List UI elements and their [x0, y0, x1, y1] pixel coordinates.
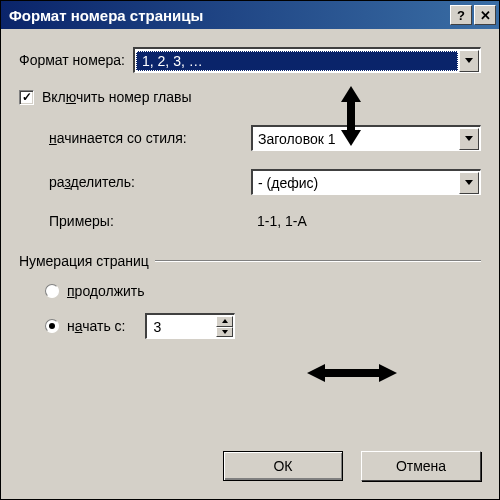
numbering-group-label: Нумерация страниц [19, 253, 149, 269]
start-from-label: начать с: [67, 318, 125, 334]
chevron-up-icon [222, 319, 228, 323]
continue-radio[interactable] [45, 284, 59, 298]
chevron-down-icon [222, 330, 228, 334]
spinner-up-button[interactable] [216, 316, 233, 327]
title-bar: Формат номера страницы ? ✕ [1, 1, 499, 29]
title-text: Формат номера страницы [9, 7, 450, 24]
format-label: Формат номера: [19, 52, 125, 68]
close-button[interactable]: ✕ [474, 5, 496, 25]
examples-value: 1-1, 1-A [257, 213, 307, 229]
cancel-button[interactable]: Отмена [361, 451, 481, 481]
chevron-down-icon [465, 58, 473, 63]
starts-with-style-dropdown-button[interactable] [459, 128, 479, 150]
close-icon: ✕ [480, 8, 491, 23]
include-chapter-label: Включить номер главы [42, 89, 192, 105]
vertical-arrow-annotation [333, 86, 369, 146]
separator-label: разделитель: [49, 174, 243, 190]
starts-with-style-label: начинается со стиля: [49, 130, 243, 146]
numbering-group: Нумерация страниц [19, 253, 481, 269]
number-format-dropdown-button[interactable] [459, 50, 479, 72]
svg-marker-1 [307, 364, 397, 382]
help-icon: ? [457, 8, 465, 23]
number-format-dropdown[interactable]: 1, 2, 3, … [133, 47, 481, 73]
horizontal-arrow-annotation [307, 361, 397, 388]
continue-label: продолжить [67, 283, 145, 299]
include-chapter-checkbox[interactable]: ✓ [19, 90, 34, 105]
help-button[interactable]: ? [450, 5, 472, 25]
examples-label: Примеры: [49, 213, 249, 229]
number-format-value: 1, 2, 3, … [136, 51, 458, 71]
svg-marker-0 [341, 86, 361, 146]
separator-value: - (дефис) [253, 171, 459, 194]
radio-dot-icon [49, 323, 55, 329]
ok-button[interactable]: ОК [223, 451, 343, 481]
start-from-value[interactable]: 3 [147, 315, 216, 338]
start-from-radio[interactable] [45, 319, 59, 333]
group-divider [155, 260, 481, 262]
spinner-down-button[interactable] [216, 327, 233, 338]
start-from-spinner[interactable]: 3 [145, 313, 235, 339]
chevron-down-icon [465, 180, 473, 185]
separator-dropdown[interactable]: - (дефис) [251, 169, 481, 195]
dialog-window: Формат номера страницы ? ✕ Формат номера… [0, 0, 500, 500]
separator-dropdown-button[interactable] [459, 172, 479, 194]
chevron-down-icon [465, 136, 473, 141]
